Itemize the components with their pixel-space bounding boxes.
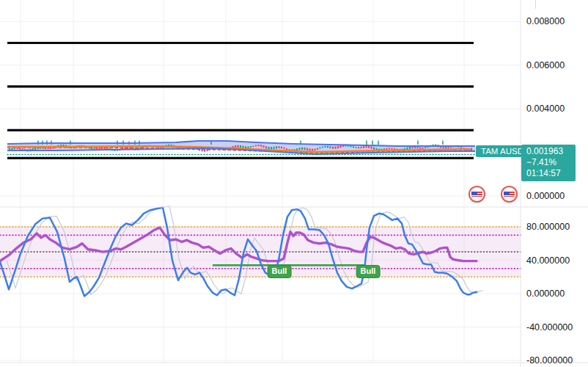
osc-axis-label: 40.000000 [526, 255, 570, 266]
osc-axis-label: 80.000000 [526, 222, 570, 232]
micro-candle [373, 148, 375, 150]
osc-axis-label: 0.000000 [526, 288, 565, 299]
micro-candle [19, 148, 21, 150]
bull-divergence-label: Bull [356, 265, 381, 278]
micro-candle [361, 147, 362, 148]
osc-axis-label: -80.000000 [526, 355, 573, 366]
micro-candle [304, 148, 306, 150]
micro-candle [320, 148, 321, 149]
micro-candle [240, 145, 241, 148]
micro-candle [312, 149, 313, 151]
micro-candle [279, 146, 280, 148]
flag-canton [504, 192, 510, 195]
price-axis-label: 0.006000 [526, 60, 565, 70]
micro-candle [301, 148, 303, 150]
micro-candle [276, 146, 277, 148]
micro-candle [296, 148, 298, 150]
chart-canvas[interactable] [0, 0, 588, 367]
micro-candle [299, 148, 301, 150]
micro-candle [417, 147, 419, 149]
micro-candle [422, 148, 424, 149]
micro-candle [263, 145, 265, 148]
micro-candle [284, 148, 285, 149]
micro-candle [327, 146, 328, 148]
scale-notch [535, 0, 536, 9]
micro-candle [265, 146, 267, 148]
badge-countdown: 01:14:57 [526, 168, 576, 179]
price-axis-label: 0.004000 [526, 103, 565, 114]
price-axis-label: 0.000000 [526, 191, 565, 201]
micro-candle [273, 147, 275, 149]
price-axis-label: 0.008000 [526, 16, 565, 26]
badge-price: 0.001963 [526, 146, 576, 157]
micro-candle [389, 148, 390, 150]
micro-candle [356, 147, 357, 148]
micro-candle [238, 145, 239, 148]
flag-canton [471, 192, 477, 195]
micro-candle [335, 147, 337, 149]
micro-candle [268, 147, 270, 149]
micro-candle [325, 146, 326, 148]
micro-candle [353, 146, 354, 148]
micro-candle [286, 148, 287, 150]
micro-candle [271, 147, 272, 149]
micro-candle [258, 145, 260, 146]
us-flag-event-icon[interactable] [468, 186, 485, 203]
micro-candle [317, 148, 318, 150]
micro-candle [281, 147, 282, 149]
trading-chart-root: TAM AUSD 0.001963 −7.41% 01:14:57 0.0080… [0, 0, 588, 367]
micro-candle [371, 146, 372, 148]
micro-candle [250, 146, 251, 148]
micro-candle [363, 146, 364, 148]
us-flag-event-icon[interactable] [501, 186, 518, 203]
micro-candle [358, 147, 359, 148]
micro-candle [332, 147, 334, 149]
micro-candle [425, 147, 426, 148]
micro-candle [322, 147, 323, 148]
micro-candle [253, 145, 254, 147]
price-axis-badge: 0.001963 −7.41% 01:14:57 [521, 145, 576, 181]
micro-candle [337, 146, 339, 148]
micro-candle [309, 148, 311, 150]
micro-candle [255, 145, 257, 146]
micro-candle [392, 148, 393, 150]
badge-change: −7.41% [526, 157, 576, 168]
micro-candle [330, 146, 331, 148]
micro-candle [306, 148, 308, 150]
osc-axis-label: -40.000000 [526, 322, 573, 333]
micro-candle [12, 148, 13, 150]
micro-candle [386, 148, 388, 150]
bull-divergence-label: Bull [268, 265, 292, 278]
micro-candle [315, 149, 316, 151]
micro-candle [260, 145, 262, 147]
micro-candle [419, 148, 421, 149]
